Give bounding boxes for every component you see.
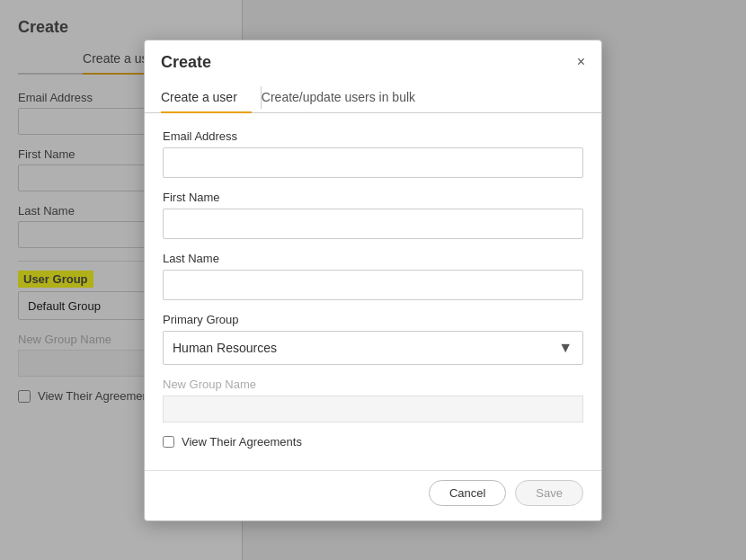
modal-primary-group-label: Primary Group: [163, 313, 583, 326]
modal-title: Create: [161, 53, 211, 72]
save-button[interactable]: Save: [515, 480, 583, 506]
modal-first-name-input[interactable]: [163, 209, 583, 239]
modal-header: Create ×: [145, 40, 601, 72]
modal-body: Email Address First Name Last Name Prima…: [145, 113, 601, 470]
modal-email-input[interactable]: [163, 147, 583, 178]
cancel-button[interactable]: Cancel: [429, 480, 506, 506]
modal-new-group-label: New Group Name: [163, 378, 583, 391]
modal-primary-group-wrapper: Human Resources Default Group Marketing …: [163, 331, 583, 365]
modal-close-button[interactable]: ×: [577, 55, 585, 69]
modal-email-label: Email Address: [163, 129, 583, 143]
modal-footer: Cancel Save: [145, 470, 601, 520]
modal-primary-group-select[interactable]: Human Resources Default Group Marketing …: [163, 331, 583, 365]
modal-checkbox-row: View Their Agreements: [163, 435, 583, 449]
modal-tab-bar: Create a user Create/update users in bul…: [145, 83, 601, 113]
modal-tab-bulk[interactable]: Create/update users in bulk: [262, 83, 430, 112]
modal: Create × Create a user Create/update use…: [144, 40, 602, 521]
modal-view-agreements-label: View Their Agreements: [182, 435, 302, 449]
screen: Create Create a user Email Address First…: [0, 0, 746, 560]
modal-first-name-label: First Name: [163, 191, 583, 204]
modal-overlay: Create × Create a user Create/update use…: [0, 0, 746, 560]
modal-last-name-label: Last Name: [163, 252, 583, 265]
modal-tab-create-user[interactable]: Create a user: [161, 83, 252, 113]
modal-view-agreements-checkbox[interactable]: [163, 436, 174, 448]
modal-last-name-input[interactable]: [163, 270, 583, 300]
modal-new-group-input: [163, 396, 583, 422]
